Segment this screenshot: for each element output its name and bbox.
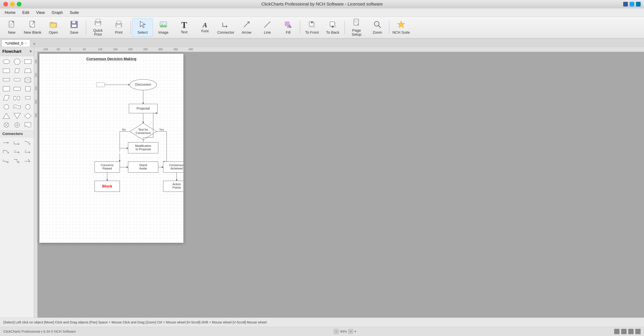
save-label: Save <box>70 30 78 34</box>
shape-circle2[interactable] <box>23 103 32 111</box>
save-button[interactable]: Save <box>64 18 84 37</box>
tab-close-icon[interactable]: × <box>25 41 27 45</box>
minimize-button[interactable] <box>10 2 15 6</box>
svg-marker-38 <box>14 59 20 64</box>
connector-s-bend[interactable] <box>12 157 22 165</box>
tab-bar: *Untitled_0 × + <box>0 38 644 47</box>
shape-hexagon[interactable] <box>12 58 22 65</box>
to-front-label: To Front <box>305 30 319 34</box>
svg-line-22 <box>264 21 270 27</box>
shape-cross-circle[interactable] <box>12 121 22 129</box>
tab-add-button[interactable]: + <box>31 41 37 47</box>
font-icon: A <box>203 22 207 28</box>
document-canvas[interactable]: Consensus Decision Making Discussion <box>39 54 184 243</box>
shape-parallelogram[interactable] <box>12 67 22 75</box>
to-back-button[interactable]: To Back <box>323 18 343 37</box>
zoom-control: − 94% + ▾ <box>334 329 356 334</box>
arrow-button[interactable]: Arrow <box>236 18 256 37</box>
svg-rect-40 <box>3 69 10 73</box>
menu-view[interactable]: View <box>33 9 48 16</box>
zoom-button[interactable]: Zoom <box>367 18 388 37</box>
svg-marker-56 <box>14 113 20 119</box>
menu-suite[interactable]: Suite <box>67 9 82 16</box>
connector-z-bend[interactable] <box>2 157 11 165</box>
font-label: Font <box>201 29 209 33</box>
menu-edit[interactable]: Edit <box>19 9 32 16</box>
zoom-out-button[interactable]: − <box>334 329 339 334</box>
shape-small-rect[interactable] <box>2 76 11 84</box>
panel-chevron-icon[interactable]: ▾ <box>30 49 32 54</box>
facebook-icon <box>623 2 628 6</box>
connector-no[interactable]: No <box>23 148 32 156</box>
shape-small-rect2[interactable] <box>23 94 32 102</box>
shape-rect[interactable] <box>23 58 32 65</box>
maximize-button[interactable] <box>17 2 22 6</box>
canvas-area[interactable]: -100 -50 0 50 100 150 200 250 300 350 40… <box>34 47 644 318</box>
menu-home[interactable]: Home <box>2 9 18 16</box>
svg-text:Aside: Aside <box>139 167 147 170</box>
shape-diamond2[interactable] <box>23 112 32 120</box>
connector-curved[interactable] <box>23 139 32 147</box>
panel-title: Flowchart <box>2 49 21 54</box>
diagram-svg: Discussion Proposal Test for Consensus N… <box>40 54 183 243</box>
quick-print-button[interactable]: Quick Print <box>88 18 108 37</box>
shape-rect3[interactable] <box>2 85 11 93</box>
image-button[interactable]: Image <box>153 18 174 37</box>
connector-right-angle[interactable] <box>12 139 22 147</box>
twitter-icon <box>630 2 634 6</box>
zoom-dropdown-icon[interactable]: ▾ <box>354 330 356 333</box>
shape-wave2[interactable] <box>12 103 22 111</box>
shape-rect5[interactable] <box>23 85 32 93</box>
shape-rounded-rect2[interactable] <box>12 76 22 84</box>
fill-icon <box>284 20 292 30</box>
shape-x-circle[interactable] <box>2 121 11 129</box>
new-blank-button[interactable]: ★ New Blank <box>22 18 42 37</box>
shape-triangle[interactable] <box>2 112 11 120</box>
shape-triangle-down[interactable] <box>12 112 22 120</box>
connector-button[interactable]: Connector <box>216 18 236 37</box>
ruler-left: 100 150 200 250 300 <box>34 52 38 318</box>
nch-suite-button[interactable]: NCH Suite <box>391 18 411 37</box>
separator-3 <box>300 21 300 34</box>
open-icon <box>49 20 57 30</box>
page-setup-button[interactable]: Page Setup <box>346 18 366 37</box>
status-hints: [Select] Left click on object [Move] Cli… <box>3 321 267 324</box>
svg-rect-27 <box>330 22 334 26</box>
line-button[interactable]: Line <box>257 18 278 37</box>
close-button[interactable] <box>3 2 8 6</box>
open-button[interactable]: Open <box>43 18 64 37</box>
toolbar: New ★ New Blank Open Save Quick Print Pr… <box>0 17 644 38</box>
shape-trapezoid[interactable] <box>23 67 32 75</box>
tab-untitled0[interactable]: *Untitled_0 × <box>2 40 30 47</box>
image-label: Image <box>158 30 168 34</box>
shape-circle-cross[interactable] <box>2 103 11 111</box>
to-front-icon <box>308 20 316 30</box>
new-icon <box>8 20 16 30</box>
shape-parallelogram2[interactable] <box>2 94 11 102</box>
svg-rect-116 <box>96 83 105 87</box>
shape-wave[interactable] <box>12 94 22 102</box>
new-button[interactable]: New <box>2 18 22 37</box>
connector-straight[interactable] <box>2 139 11 147</box>
fill-button[interactable]: Fill <box>278 18 298 37</box>
shape-cylinder[interactable] <box>23 76 32 84</box>
menu-graph[interactable]: Graph <box>49 9 66 16</box>
shape-document[interactable] <box>23 121 32 129</box>
font-button[interactable]: A Font <box>195 18 215 37</box>
window-controls <box>3 2 22 6</box>
line-icon <box>263 20 271 30</box>
shape-oval[interactable] <box>2 58 11 65</box>
zoom-in-button[interactable]: + <box>348 329 353 334</box>
to-front-button[interactable]: To Front <box>302 18 322 37</box>
connector-l-bend[interactable] <box>2 148 11 156</box>
text-button[interactable]: T Text <box>174 18 194 37</box>
select-button[interactable]: Select <box>132 18 152 37</box>
connector-yes[interactable]: Yes <box>12 148 22 156</box>
svg-text:No: No <box>122 128 126 131</box>
shape-rounded-rect[interactable] <box>2 67 11 75</box>
connector-no2[interactable]: No <box>23 157 32 165</box>
svg-point-46 <box>25 78 31 79</box>
print-button[interactable]: Print <box>109 18 129 37</box>
svg-text:No: No <box>28 159 30 161</box>
shape-rect4[interactable] <box>12 85 22 93</box>
